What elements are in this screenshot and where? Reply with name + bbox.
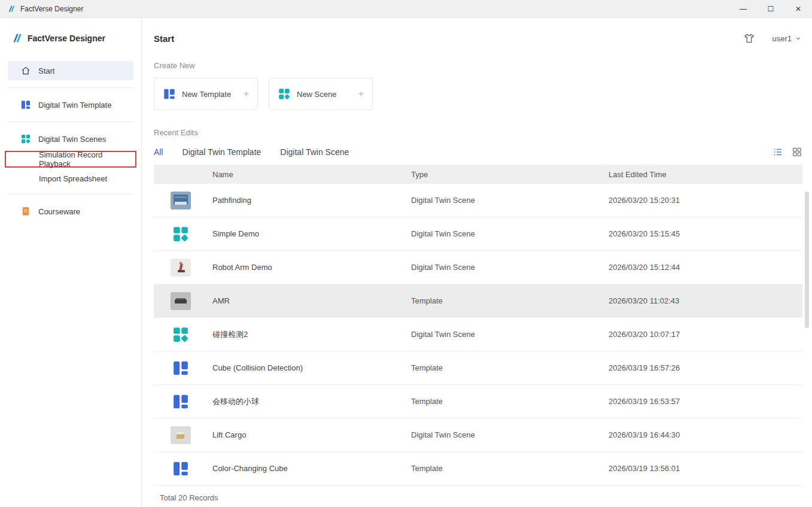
row-name: Robot Arm Demo [212,263,411,272]
username[interactable]: user1 [772,34,792,43]
grid-view-icon[interactable] [792,147,802,157]
view-toggles [773,147,802,157]
sidebar-menu: Start Digital Twin Template Digital Twin… [0,49,141,221]
row-time: 2026/03/19 16:57:26 [609,363,802,372]
row-type: Template [411,397,609,406]
sidebar-item-label: Simulation Record Playback [39,150,135,168]
template-icon [171,393,191,411]
row-name: Pathfinding [212,196,411,205]
table-row[interactable]: Simple Demo Digital Twin Scene 2026/03/2… [154,217,802,251]
titlebar: FactVerse Designer — ☐ ✕ [0,0,812,18]
amr-thumbnail-icon [171,292,191,310]
app-title: FactVerse Designer [20,5,83,13]
sidebar-item-digital-twin-scenes[interactable]: Digital Twin Scenes [8,129,133,148]
brand: FactVerse Designer [0,18,141,49]
row-type: Digital Twin Scene [411,196,609,205]
recent-edits-table: Name Type Last Edited Time Pathfinding D… [154,165,802,507]
table-row[interactable]: 碰撞检测2 Digital Twin Scene 2026/03/20 10:0… [154,318,802,351]
row-name: AMR [212,296,411,305]
sidebar-item-label: Courseware [38,207,80,216]
scene-icon [171,225,191,243]
card-label: New Scene [297,90,336,99]
app-logo-icon [6,4,16,14]
list-view-icon[interactable] [773,147,783,157]
sidebar-item-digital-twin-template[interactable]: Digital Twin Template [8,95,133,114]
tab-all[interactable]: All [154,147,163,157]
sidebar-item-simulation-record-playback[interactable]: Simulation Record Playback [5,151,136,168]
records-count: Total 20 Records [154,485,802,507]
tab-digital-twin-template[interactable]: Digital Twin Template [183,147,261,157]
robot-arm-thumbnail-icon [171,259,191,277]
tabs-row: All Digital Twin Template Digital Twin S… [154,147,802,157]
sidebar-item-label: Import Spreadsheet [39,174,107,183]
row-name: 会移动的小球 [212,396,411,407]
maximize-button[interactable]: ☐ [757,0,784,17]
sidebar-item-courseware[interactable]: Courseware [8,202,133,221]
row-name: Color-Changing Cube [212,464,411,473]
row-time: 2026/03/19 13:56:01 [609,464,802,473]
app-window: FactVerse Designer — ☐ ✕ FactVerse Desig… [0,0,812,507]
brand-title: FactVerse Designer [28,34,105,43]
card-label: New Template [182,90,231,99]
template-icon [20,99,31,110]
tab-digital-twin-scene[interactable]: Digital Twin Scene [280,147,349,157]
row-time: 2026/03/20 10:07:17 [609,330,802,339]
table-scrollbar[interactable] [805,192,809,328]
page-title: Start [154,34,174,44]
sidebar-item-start[interactable]: Start [8,61,133,80]
template-icon [171,460,191,478]
table-row[interactable]: 会移动的小球 Template 2026/03/19 16:53:57 [154,385,802,418]
sidebar-divider [8,194,133,195]
row-time: 2026/03/19 16:53:57 [609,397,802,406]
minimize-button[interactable]: — [729,0,757,17]
theme-shirt-icon[interactable] [743,32,755,44]
plus-icon: + [358,89,364,99]
table-header: Name Type Last Edited Time [154,165,802,184]
recent-edits-label: Recent Edits [154,128,802,137]
main-header: Start user1 [154,32,802,44]
row-time: 2026/03/20 11:02:43 [609,296,802,305]
new-template-card[interactable]: New Template + [154,78,258,110]
main-content: Start user1 Create New New Template + Ne… [142,18,812,507]
sidebar-divider [8,87,133,88]
sidebar-divider [8,122,133,122]
chevron-down-icon[interactable] [794,34,802,42]
row-type: Template [411,464,609,473]
lift-cargo-thumbnail-icon [171,426,191,444]
sidebar-item-import-spreadsheet[interactable]: Import Spreadsheet [8,170,133,187]
table-row[interactable]: Cube (Collision Detection) Template 2026… [154,351,802,385]
user-area: user1 [743,32,802,44]
row-time: 2026/03/20 15:20:31 [609,196,802,205]
column-time: Last Edited Time [609,170,802,179]
table-row[interactable]: AMR Template 2026/03/20 11:02:43 [154,284,802,318]
new-scene-card[interactable]: New Scene + [269,78,373,110]
table-row[interactable]: Pathfinding Digital Twin Scene 2026/03/2… [154,184,802,217]
scenes-icon [20,133,31,144]
close-button[interactable]: ✕ [784,0,812,17]
plus-icon: + [244,89,249,99]
row-type: Digital Twin Scene [411,330,609,339]
window-controls: — ☐ ✕ [729,0,812,17]
row-name: Simple Demo [212,229,411,238]
row-type: Template [411,296,609,305]
table-row[interactable]: Robot Arm Demo Digital Twin Scene 2026/0… [154,251,802,284]
row-name: 碰撞检测2 [212,329,411,340]
sidebar-item-label: Digital Twin Scenes [38,135,106,144]
sidebar-item-label: Digital Twin Template [38,101,111,110]
brand-logo-icon [10,32,23,45]
table-row[interactable]: Lift Cargo Digital Twin Scene 2026/03/19… [154,418,802,452]
scene-icon [171,326,191,344]
row-time: 2026/03/20 15:15:45 [609,229,802,238]
scenes-icon [278,87,291,101]
row-name: Cube (Collision Detection) [212,363,411,372]
row-type: Template [411,363,609,372]
create-new-label: Create New [154,61,802,70]
table-row[interactable]: Color-Changing Cube Template 2026/03/19 … [154,452,802,485]
column-type: Type [411,170,609,179]
template-icon [163,87,176,101]
pathfinding-thumbnail-icon [171,192,191,210]
create-new-cards: New Template + New Scene + [154,78,802,110]
row-name: Lift Cargo [212,430,411,439]
sidebar-item-label: Start [38,66,54,75]
column-name: Name [212,170,411,179]
